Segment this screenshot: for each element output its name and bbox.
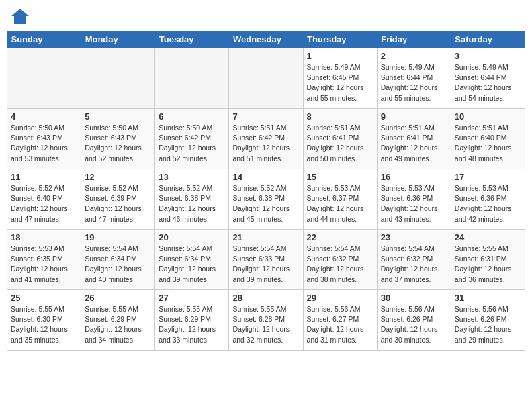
day-info: Sunrise: 5:55 AM Sunset: 6:28 PM Dayligh… (232, 304, 299, 345)
calendar-header-row: SundayMondayTuesdayWednesdayThursdayFrid… (7, 31, 525, 48)
day-cell: 29 Sunrise: 5:56 AM Sunset: 6:27 PM Dayl… (303, 290, 377, 351)
sunrise-label: Sunrise: 5:54 AM (85, 244, 138, 253)
day-info: Sunrise: 5:56 AM Sunset: 6:26 PM Dayligh… (455, 304, 521, 345)
day-cell: 1 Sunrise: 5:49 AM Sunset: 6:45 PM Dayli… (303, 48, 377, 109)
week-row-3: 11 Sunrise: 5:52 AM Sunset: 6:40 PM Dayl… (7, 169, 525, 230)
day-cell: 15 Sunrise: 5:53 AM Sunset: 6:37 PM Dayl… (303, 169, 377, 230)
day-info: Sunrise: 5:55 AM Sunset: 6:29 PM Dayligh… (159, 304, 225, 345)
day-cell: 2 Sunrise: 5:49 AM Sunset: 6:44 PM Dayli… (377, 48, 451, 109)
day-info: Sunrise: 5:52 AM Sunset: 6:40 PM Dayligh… (11, 183, 77, 224)
day-number: 30 (381, 293, 447, 303)
sunset-label: Sunset: 6:44 PM (381, 73, 433, 81)
daylight-label: Daylight: 12 hours and 47 minutes. (11, 204, 68, 222)
day-number: 4 (11, 111, 77, 122)
daylight-label: Daylight: 12 hours and 55 minutes. (381, 83, 438, 101)
daylight-label: Daylight: 12 hours and 54 minutes. (455, 83, 512, 101)
day-cell: 8 Sunrise: 5:51 AM Sunset: 6:41 PM Dayli… (303, 109, 377, 169)
daylight-label: Daylight: 12 hours and 47 minutes. (85, 204, 142, 222)
day-info: Sunrise: 5:50 AM Sunset: 6:43 PM Dayligh… (11, 123, 77, 164)
day-info: Sunrise: 5:55 AM Sunset: 6:29 PM Dayligh… (85, 304, 151, 345)
sunrise-label: Sunrise: 5:51 AM (381, 124, 435, 132)
day-cell: 6 Sunrise: 5:50 AM Sunset: 6:42 PM Dayli… (155, 109, 229, 169)
sunset-label: Sunset: 6:38 PM (232, 194, 285, 202)
sunrise-label: Sunrise: 5:54 AM (307, 244, 361, 253)
day-number: 9 (381, 111, 447, 122)
day-number: 13 (159, 172, 225, 182)
page-header (7, 7, 525, 26)
header-tuesday: Tuesday (155, 31, 229, 48)
sunset-label: Sunset: 6:29 PM (159, 315, 211, 323)
day-cell: 14 Sunrise: 5:52 AM Sunset: 6:38 PM Dayl… (229, 169, 303, 230)
day-number: 25 (11, 293, 77, 303)
day-cell: 25 Sunrise: 5:55 AM Sunset: 6:30 PM Dayl… (7, 290, 81, 351)
sunset-label: Sunset: 6:38 PM (159, 194, 211, 202)
header-sunday: Sunday (7, 31, 81, 48)
daylight-label: Daylight: 12 hours and 43 minutes. (381, 204, 438, 222)
day-number: 27 (159, 293, 225, 303)
sunrise-label: Sunrise: 5:53 AM (11, 244, 64, 253)
sunset-label: Sunset: 6:36 PM (455, 194, 507, 202)
daylight-label: Daylight: 12 hours and 55 minutes. (307, 83, 364, 101)
day-cell (229, 48, 303, 109)
sunset-label: Sunset: 6:41 PM (307, 134, 359, 142)
sunset-label: Sunset: 6:39 PM (85, 194, 137, 202)
day-number: 6 (159, 111, 225, 122)
day-info: Sunrise: 5:54 AM Sunset: 6:34 PM Dayligh… (85, 244, 151, 285)
day-cell: 10 Sunrise: 5:51 AM Sunset: 6:40 PM Dayl… (451, 109, 525, 169)
daylight-label: Daylight: 12 hours and 35 minutes. (11, 325, 68, 343)
day-cell: 5 Sunrise: 5:50 AM Sunset: 6:43 PM Dayli… (81, 109, 155, 169)
day-number: 2 (381, 51, 447, 61)
daylight-label: Daylight: 12 hours and 34 minutes. (85, 325, 142, 343)
day-cell: 27 Sunrise: 5:55 AM Sunset: 6:29 PM Dayl… (155, 290, 229, 351)
sunset-label: Sunset: 6:41 PM (381, 134, 433, 142)
day-cell: 21 Sunrise: 5:54 AM Sunset: 6:33 PM Dayl… (229, 230, 303, 290)
daylight-label: Daylight: 12 hours and 39 minutes. (159, 265, 216, 283)
daylight-label: Daylight: 12 hours and 49 minutes. (381, 144, 438, 162)
sunset-label: Sunset: 6:26 PM (381, 315, 433, 323)
day-number: 20 (159, 232, 225, 242)
day-cell: 17 Sunrise: 5:53 AM Sunset: 6:36 PM Dayl… (451, 169, 525, 230)
day-number: 7 (232, 111, 299, 122)
sunrise-label: Sunrise: 5:56 AM (455, 305, 508, 313)
day-cell: 30 Sunrise: 5:56 AM Sunset: 6:26 PM Dayl… (377, 290, 451, 351)
day-cell: 11 Sunrise: 5:52 AM Sunset: 6:40 PM Dayl… (7, 169, 81, 230)
day-number: 14 (232, 172, 299, 182)
day-info: Sunrise: 5:54 AM Sunset: 6:33 PM Dayligh… (232, 244, 299, 285)
day-cell: 9 Sunrise: 5:51 AM Sunset: 6:41 PM Dayli… (377, 109, 451, 169)
day-info: Sunrise: 5:51 AM Sunset: 6:40 PM Dayligh… (455, 123, 521, 164)
sunset-label: Sunset: 6:29 PM (85, 315, 137, 323)
header-wednesday: Wednesday (229, 31, 303, 48)
sunrise-label: Sunrise: 5:50 AM (85, 124, 138, 132)
daylight-label: Daylight: 12 hours and 52 minutes. (85, 144, 142, 162)
sunrise-label: Sunrise: 5:50 AM (11, 124, 64, 132)
day-cell: 13 Sunrise: 5:52 AM Sunset: 6:38 PM Dayl… (155, 169, 229, 230)
day-number: 23 (381, 232, 447, 242)
day-info: Sunrise: 5:56 AM Sunset: 6:26 PM Dayligh… (381, 304, 447, 345)
sunrise-label: Sunrise: 5:50 AM (159, 124, 212, 132)
day-cell: 3 Sunrise: 5:49 AM Sunset: 6:44 PM Dayli… (451, 48, 525, 109)
sunset-label: Sunset: 6:37 PM (307, 194, 359, 202)
day-number: 11 (11, 172, 77, 182)
day-number: 24 (455, 232, 521, 242)
day-cell: 20 Sunrise: 5:54 AM Sunset: 6:34 PM Dayl… (155, 230, 229, 290)
daylight-label: Daylight: 12 hours and 45 minutes. (232, 204, 290, 222)
sunset-label: Sunset: 6:26 PM (455, 315, 507, 323)
sunrise-label: Sunrise: 5:52 AM (85, 184, 138, 192)
sunset-label: Sunset: 6:43 PM (85, 134, 137, 142)
day-cell: 18 Sunrise: 5:53 AM Sunset: 6:35 PM Dayl… (7, 230, 81, 290)
daylight-label: Daylight: 12 hours and 52 minutes. (159, 144, 216, 162)
sunset-label: Sunset: 6:27 PM (307, 315, 359, 323)
day-number: 21 (232, 232, 299, 242)
sunrise-label: Sunrise: 5:52 AM (232, 184, 286, 192)
sunset-label: Sunset: 6:31 PM (455, 255, 507, 263)
day-cell (81, 48, 155, 109)
sunrise-label: Sunrise: 5:56 AM (307, 305, 361, 313)
day-info: Sunrise: 5:52 AM Sunset: 6:38 PM Dayligh… (159, 183, 225, 224)
daylight-label: Daylight: 12 hours and 41 minutes. (11, 265, 68, 283)
sunrise-label: Sunrise: 5:51 AM (307, 124, 361, 132)
day-number: 16 (381, 172, 447, 182)
daylight-label: Daylight: 12 hours and 46 minutes. (159, 204, 216, 222)
day-info: Sunrise: 5:53 AM Sunset: 6:36 PM Dayligh… (455, 183, 521, 224)
day-number: 12 (85, 172, 151, 182)
day-cell (7, 48, 81, 109)
